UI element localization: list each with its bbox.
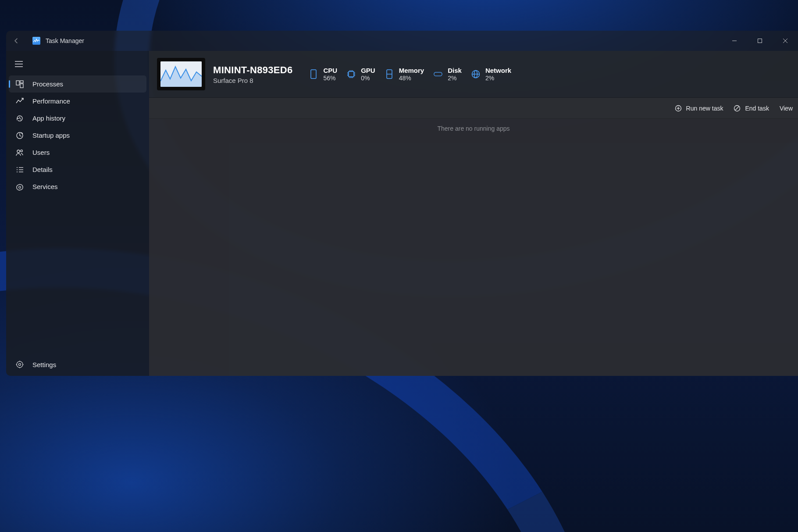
hardware-banner: MININT-N893ED6 Surface Pro 8 CPU 56% [149, 51, 798, 98]
network-icon [471, 70, 480, 79]
app-identity: Task Manager [32, 37, 84, 45]
plus-circle-icon [675, 105, 682, 112]
metric-value: 56% [323, 75, 337, 82]
svg-point-13 [21, 150, 23, 152]
svg-point-20 [19, 186, 21, 188]
svg-point-12 [17, 150, 20, 153]
svg-rect-9 [20, 84, 23, 88]
minimize-button[interactable] [722, 31, 747, 51]
gear-icon [16, 361, 24, 368]
sidebar-item-settings[interactable]: Settings [6, 353, 149, 376]
sidebar-item-services[interactable]: Services [6, 178, 149, 195]
users-icon [16, 149, 24, 157]
run-new-task-button[interactable]: Run new task [675, 105, 723, 112]
svg-rect-1 [758, 39, 762, 43]
startup-icon [16, 132, 24, 139]
memory-icon [385, 69, 394, 79]
cpu-icon [309, 69, 318, 79]
history-icon [16, 114, 24, 122]
button-label: View [780, 105, 793, 112]
end-task-button[interactable]: End task [734, 105, 769, 112]
metric-label: Memory [399, 67, 424, 75]
metric-label: CPU [323, 67, 337, 75]
app-title: Task Manager [46, 37, 84, 44]
metric-memory[interactable]: Memory 48% [385, 67, 424, 82]
toolbar: Run new task End task View [149, 98, 798, 119]
hardware-name: MININT-N893ED6 Surface Pro 8 [213, 64, 292, 84]
sidebar-item-label: Processes [32, 80, 63, 88]
nav: Processes Performance [6, 75, 149, 195]
window-controls [722, 31, 798, 51]
sidebar-item-users[interactable]: Users [6, 144, 149, 161]
sidebar-item-label: Performance [32, 97, 70, 105]
sidebar-item-label: Services [32, 183, 58, 190]
empty-state-text: There are no running apps [438, 125, 510, 376]
sidebar-item-performance[interactable]: Performance [6, 93, 149, 110]
hostname: MININT-N893ED6 [213, 64, 292, 76]
maximize-button[interactable] [747, 31, 773, 51]
back-arrow-icon [13, 37, 20, 44]
metric-value: 2% [448, 75, 462, 82]
metric-label: Network [485, 67, 511, 75]
metric-value: 0% [361, 75, 375, 82]
svg-point-22 [19, 364, 21, 366]
app-icon [32, 37, 40, 45]
button-label: Run new task [686, 105, 723, 112]
minimize-icon [732, 38, 737, 43]
metric-cpu[interactable]: CPU 56% [309, 67, 337, 82]
svg-rect-44 [434, 72, 442, 76]
processes-content: There are no running apps [149, 119, 798, 376]
sidebar-item-label: Users [32, 149, 50, 156]
svg-rect-29 [349, 71, 354, 77]
svg-point-15 [17, 169, 18, 170]
metric-label: Disk [448, 67, 462, 75]
hamburger-icon [15, 61, 23, 67]
back-button[interactable] [6, 37, 26, 44]
svg-point-16 [17, 171, 18, 172]
sidebar: Processes Performance [6, 51, 149, 376]
gpu-icon [347, 70, 356, 79]
disk-icon [434, 71, 442, 77]
prohibit-icon [734, 105, 741, 112]
sidebar-item-label: Settings [32, 361, 56, 368]
sidebar-item-label: App history [32, 114, 65, 122]
svg-rect-7 [16, 81, 19, 85]
metric-label: GPU [361, 67, 375, 75]
view-button[interactable]: View [780, 105, 793, 112]
metrics: CPU 56% [309, 67, 511, 82]
close-icon [783, 38, 788, 43]
performance-icon [16, 97, 24, 105]
task-manager-window: Task Manager [6, 31, 798, 376]
main-pane: MININT-N893ED6 Surface Pro 8 CPU 56% [149, 51, 798, 376]
sidebar-item-app-history[interactable]: App history [6, 110, 149, 127]
svg-point-14 [17, 167, 18, 168]
maximize-icon [757, 38, 762, 43]
metric-gpu[interactable]: GPU 0% [347, 67, 375, 82]
svg-point-21 [17, 361, 23, 368]
metric-disk[interactable]: Disk 2% [434, 67, 462, 82]
processes-icon [16, 80, 24, 88]
services-icon [16, 183, 24, 191]
close-button[interactable] [773, 31, 798, 51]
metric-value: 2% [485, 75, 511, 82]
metric-value: 48% [399, 75, 424, 82]
sidebar-item-label: Startup apps [32, 132, 70, 139]
hamburger-button[interactable] [6, 54, 149, 75]
svg-line-52 [735, 106, 739, 110]
svg-rect-8 [20, 81, 23, 83]
hardware-thumbnail [157, 58, 205, 90]
titlebar: Task Manager [6, 31, 798, 51]
model-name: Surface Pro 8 [213, 77, 292, 84]
sidebar-item-processes[interactable]: Processes [9, 75, 146, 93]
metric-network[interactable]: Network 2% [471, 67, 511, 82]
details-icon [16, 166, 24, 174]
sidebar-item-startup-apps[interactable]: Startup apps [6, 127, 149, 144]
svg-rect-28 [311, 70, 316, 79]
button-label: End task [745, 105, 769, 112]
sidebar-item-details[interactable]: Details [6, 161, 149, 178]
sidebar-item-label: Details [32, 166, 53, 173]
